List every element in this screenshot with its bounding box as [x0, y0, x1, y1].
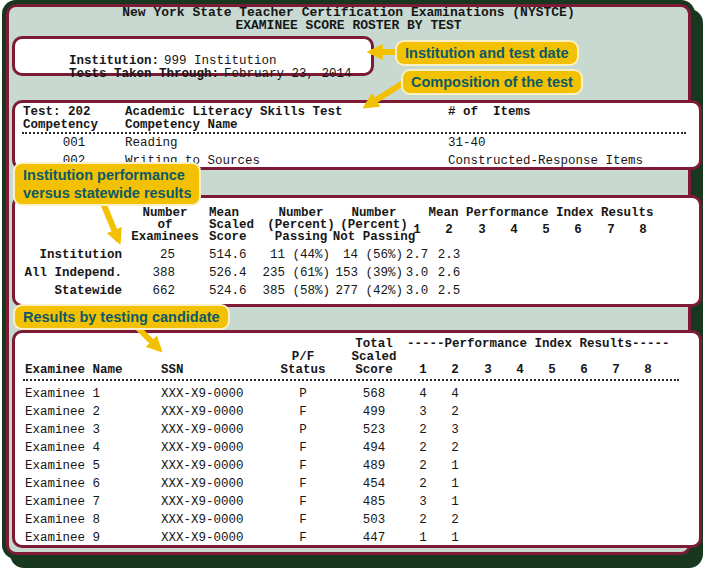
index-value: 1	[440, 496, 470, 509]
not-passing-count: 14 (56%)	[322, 249, 403, 262]
index-results-header: -----Performance Index Results-----	[407, 338, 667, 351]
not-passing-count: 277 (42%)	[322, 285, 403, 298]
items-header: # of Items	[448, 106, 531, 119]
scaled-score: 503	[334, 514, 414, 527]
scaled-score: 494	[334, 442, 414, 455]
index-value: 2	[408, 478, 438, 491]
competency-name-header: Competency Name	[125, 119, 238, 132]
index-col-6: 6	[569, 364, 599, 377]
scaled-score: 485	[334, 496, 414, 509]
scaled-score: 523	[334, 424, 414, 437]
col-header: Score	[334, 364, 414, 377]
competency-items: 31-40	[448, 137, 688, 150]
pf-status: P	[263, 424, 343, 437]
index-value: 1	[440, 478, 470, 491]
institution-box: Institution:999 Institution Tests Taken …	[12, 36, 374, 76]
scaled-score: 499	[334, 406, 414, 419]
test-composition-box: Test: 202 Academic Literacy Skills Test …	[12, 100, 702, 170]
examinee-name: Examinee 3	[25, 424, 155, 437]
competency-name: Reading	[125, 137, 425, 150]
index-col-7: 7	[601, 364, 631, 377]
index-col-4: 4	[505, 364, 535, 377]
row-label: Institution	[17, 249, 122, 262]
index-value: 2	[440, 514, 470, 527]
index-col-8: 8	[633, 364, 663, 377]
passing-count: 235 (61%)	[252, 267, 330, 280]
pf-status: F	[263, 496, 343, 509]
index-value: 3.0	[402, 267, 432, 280]
pf-status: F	[263, 478, 343, 491]
report-subtitle: EXAMINEE SCORE ROSTER BY TEST	[6, 19, 691, 32]
row-label: Statewide	[17, 285, 122, 298]
examinee-name: Examinee 8	[25, 514, 155, 527]
index-col-8: 8	[628, 224, 658, 237]
index-value: 3.0	[402, 285, 432, 298]
examinee-name: Examinee 5	[25, 460, 155, 473]
pf-status: F	[263, 460, 343, 473]
examinee-count: 388	[120, 267, 175, 280]
index-col-4: 4	[499, 224, 529, 237]
callout-institution-and-test-date: Institution and test date	[395, 40, 579, 66]
index-col-1: 1	[408, 364, 438, 377]
index-value: 3	[440, 424, 470, 437]
examinee-name: Examinee 4	[25, 442, 155, 455]
passing-count: 11 (44%)	[252, 249, 330, 262]
competency-header: Competency	[23, 119, 98, 132]
not-passing-count: 153 (39%)	[322, 267, 403, 280]
scaled-score: 447	[334, 532, 414, 545]
index-col-5: 5	[537, 364, 567, 377]
index-value: 2	[408, 460, 438, 473]
col-header: Status	[263, 364, 343, 377]
index-value: 2	[440, 442, 470, 455]
callout-composition-of-test: Composition of the test	[401, 69, 583, 95]
pf-status: F	[263, 532, 343, 545]
examinee-name: Examinee 9	[25, 532, 155, 545]
tests-taken-label: Tests Taken Through:	[69, 67, 219, 81]
pf-status: F	[263, 514, 343, 527]
index-col-1: 1	[402, 224, 432, 237]
index-col-5: 5	[531, 224, 561, 237]
pf-status: P	[263, 388, 343, 401]
scaled-score: 454	[334, 478, 414, 491]
index-col-7: 7	[596, 224, 626, 237]
index-value: 2.3	[434, 249, 464, 262]
index-value: 4	[408, 388, 438, 401]
scaled-score: 568	[334, 388, 414, 401]
examinee-count: 662	[120, 285, 175, 298]
callout-results-by-candidate: Results by testing candidate	[13, 304, 230, 330]
index-value: 3	[408, 496, 438, 509]
index-value: 2	[408, 424, 438, 437]
index-col-2: 2	[434, 224, 464, 237]
index-value: 1	[440, 460, 470, 473]
index-value: 1	[440, 532, 470, 545]
callout-line: Institution performance	[23, 166, 191, 184]
tests-taken-value: February 23, 2014	[224, 67, 352, 81]
index-results-header: Mean Performance Index Results	[411, 207, 671, 220]
examinee-name: Examinee 6	[25, 478, 155, 491]
index-value: 1	[408, 532, 438, 545]
report-page: New York State Teacher Certification Exa…	[0, 0, 707, 568]
examinee-name: Examinee 7	[25, 496, 155, 509]
examinee-name: Examinee 1	[25, 388, 155, 401]
competency-items: Constructed-Response Items	[448, 155, 688, 168]
callout-line: versus statewide results	[23, 184, 191, 202]
performance-summary-box: Number of Examinees Mean Scaled Score Nu…	[12, 195, 702, 307]
examinee-count: 25	[120, 249, 175, 262]
col-header: Examinee Name	[25, 364, 155, 377]
callout-institution-performance: Institution performance versus statewide…	[13, 162, 201, 206]
index-value: 2	[440, 406, 470, 419]
index-value: 2.5	[434, 285, 464, 298]
scaled-score: 489	[334, 460, 414, 473]
row-label: All Independ.	[17, 267, 122, 280]
index-value: 2	[408, 514, 438, 527]
index-col-6: 6	[563, 224, 593, 237]
passing-count: 385 (58%)	[252, 285, 330, 298]
index-value: 2.7	[402, 249, 432, 262]
index-col-2: 2	[440, 364, 470, 377]
index-value: 4	[440, 388, 470, 401]
index-value: 2.6	[434, 267, 464, 280]
dotted-separator	[23, 379, 679, 381]
index-col-3: 3	[467, 224, 497, 237]
pf-status: F	[263, 406, 343, 419]
col-header: Examinees	[120, 231, 210, 244]
